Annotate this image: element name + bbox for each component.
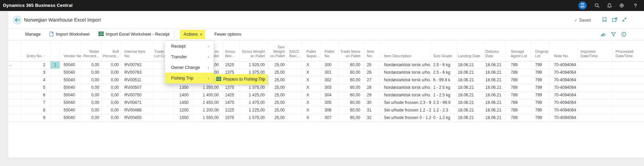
- cell-size_grade[interactable]: 2.3 - 99.9: [431, 99, 457, 106]
- cell-gross[interactable]: 1575: [223, 114, 239, 121]
- cell-pallet_sep[interactable]: X: [302, 61, 321, 69]
- row-context-menu-button[interactable]: [50, 84, 60, 91]
- col-header-landing[interactable]: Landing Date: [457, 40, 484, 61]
- cell-processed[interactable]: [612, 107, 644, 114]
- col-header-delivery[interactable]: DeliveryDate: [484, 40, 506, 61]
- cell-water[interactable]: 0,00: [81, 92, 102, 99]
- collapse-icon[interactable]: [622, 17, 627, 22]
- back-button[interactable]: [13, 15, 22, 25]
- cell-vendor_no[interactable]: 50040: [60, 76, 81, 84]
- cell-landing[interactable]: 18.06.21: [457, 107, 484, 114]
- cell-item_desc[interactable]: Sei u/hode frossen 1.2 - 2...: [380, 107, 431, 114]
- cell-note[interactable]: 70-4094064: [550, 84, 578, 91]
- cell-water[interactable]: 0,00: [81, 69, 102, 76]
- cell-imported[interactable]: [578, 61, 612, 69]
- col-header-krill[interactable]: KrillPercent...: [102, 40, 121, 61]
- cell-item_no[interactable]: 25: [364, 61, 380, 69]
- cell-tare[interactable]: 25,00: [269, 99, 287, 106]
- info-icon[interactable]: [621, 32, 626, 37]
- cell-net_pallet[interactable]: 1 350,00: [193, 84, 223, 91]
- row-context-menu-button[interactable]: [50, 99, 60, 106]
- cell-size_grade[interactable]: 0 - 1.2 kg: [431, 114, 457, 121]
- cell-processed[interactable]: [612, 69, 644, 76]
- cell-net_pallet[interactable]: 1 450,00: [193, 99, 223, 106]
- cell-tare[interactable]: 25,00: [269, 84, 287, 91]
- cell-pallet_sep[interactable]: X: [302, 92, 321, 99]
- cell-pallet_no[interactable]: 305: [321, 99, 338, 106]
- cell-landing[interactable]: 18.06.21: [457, 114, 484, 121]
- cell-net[interactable]: 1450: [174, 99, 193, 106]
- cell-krill[interactable]: 0,00: [102, 84, 121, 91]
- row-context-menu-button[interactable]: ⋮: [50, 61, 60, 69]
- col-header-pallet_no[interactable]: PalletNo.: [321, 40, 338, 61]
- cell-delivery[interactable]: 18.06.21: [484, 99, 506, 106]
- user-avatar[interactable]: DE MO: [578, 1, 587, 10]
- cell-gross[interactable]: 1225: [223, 107, 239, 114]
- cell-note[interactable]: 70-4094064: [550, 107, 578, 114]
- cell-tare[interactable]: 25,00: [269, 114, 287, 121]
- row-context-menu-button[interactable]: [50, 69, 60, 76]
- cell-vendor_no[interactable]: 50040: [60, 84, 81, 91]
- cell-item_desc[interactable]: Nordøstarktisk torsk u/ho...: [380, 76, 431, 84]
- cell-pallet_sep[interactable]: X: [302, 99, 321, 106]
- cell-trade_items[interactable]: 60,00: [338, 76, 364, 84]
- cell-storage[interactable]: 789: [506, 99, 531, 106]
- notifications-bell-icon[interactable]: [606, 2, 612, 9]
- cell-landing[interactable]: 18.06.21: [457, 92, 484, 99]
- cell-size_grade[interactable]: 2.5 - 6 kg: [431, 69, 457, 76]
- cell-sscc[interactable]: [287, 69, 302, 76]
- cell-vendor_no[interactable]: 50040: [60, 114, 81, 121]
- cell-landing[interactable]: 18.06.21: [457, 69, 484, 76]
- cell-note[interactable]: 70-4094064: [550, 61, 578, 69]
- cell-processed[interactable]: [612, 99, 644, 106]
- cell-trade_items[interactable]: 60,00: [338, 92, 364, 99]
- col-header-internal[interactable]: Internal ItemNo.: [121, 40, 154, 61]
- cell-gross_pallet[interactable]: 1 525,00: [239, 61, 269, 69]
- cell-processed[interactable]: [612, 76, 644, 84]
- cell-vendor_no[interactable]: 50040: [60, 69, 81, 76]
- cell-imported[interactable]: [578, 99, 612, 106]
- cell-item_no[interactable]: 30: [364, 99, 380, 106]
- col-header-note[interactable]: Note No.: [550, 40, 578, 61]
- cell-vendor_no[interactable]: 50040: [60, 99, 81, 106]
- cell-sscc[interactable]: [287, 92, 302, 99]
- cell-item_no[interactable]: 29: [364, 92, 380, 99]
- cell-imported[interactable]: [578, 76, 612, 84]
- cell-gross_pallet[interactable]: 1 375,00: [239, 84, 269, 91]
- cell-item_no[interactable]: 28: [364, 84, 380, 91]
- cell-pallet_sep[interactable]: X: [302, 76, 321, 84]
- help-icon[interactable]: ?: [632, 2, 639, 9]
- cell-size_grade[interactable]: 1 - 2.5 kg: [431, 92, 457, 99]
- cell-gross[interactable]: 1375: [223, 84, 239, 91]
- cell-tare[interactable]: 25,00: [269, 107, 287, 114]
- search-icon[interactable]: [594, 2, 600, 9]
- cell-pallet_no[interactable]: 303: [321, 84, 338, 91]
- settings-gear-icon[interactable]: [619, 2, 625, 9]
- cell-landing[interactable]: 18.06.21: [457, 84, 484, 91]
- cell-pallet_no[interactable]: 300: [321, 61, 338, 69]
- cell-net_pallet[interactable]: 1 400,00: [193, 92, 223, 99]
- cell-processed[interactable]: [612, 61, 644, 69]
- cell-processed[interactable]: [612, 92, 644, 99]
- cell-original[interactable]: 799: [531, 92, 550, 99]
- cell-pallet_sep[interactable]: X: [302, 69, 321, 76]
- cell-original[interactable]: 799: [531, 84, 550, 91]
- cell-internal[interactable]: RV00763: [121, 69, 154, 76]
- cell-trade_lot[interactable]: [154, 107, 174, 114]
- cell-sscc[interactable]: [287, 99, 302, 106]
- col-header-original[interactable]: OriginalLot: [531, 40, 550, 61]
- cell-water[interactable]: 0,00: [81, 99, 102, 106]
- cell-gross_pallet[interactable]: 1 425,00: [239, 92, 269, 99]
- cell-krill[interactable]: 0,00: [102, 61, 121, 69]
- cell-original[interactable]: 799: [531, 99, 550, 106]
- cell-item_no[interactable]: 27: [364, 76, 380, 84]
- cell-item_desc[interactable]: Sei u/hode frossen 2.3 - 9...: [380, 99, 431, 106]
- cell-processed[interactable]: [612, 84, 644, 91]
- cell-internal[interactable]: RV00466: [121, 107, 154, 114]
- cell-size_grade[interactable]: 1 - 2.5 kg: [431, 84, 457, 91]
- col-header-imported[interactable]: ImportedDate/Time: [578, 40, 612, 61]
- cell-storage[interactable]: 789: [506, 69, 531, 76]
- col-header-item_desc[interactable]: Item Description: [380, 40, 431, 61]
- cell-delivery[interactable]: 18.06.21: [484, 92, 506, 99]
- cell-imported[interactable]: [578, 107, 612, 114]
